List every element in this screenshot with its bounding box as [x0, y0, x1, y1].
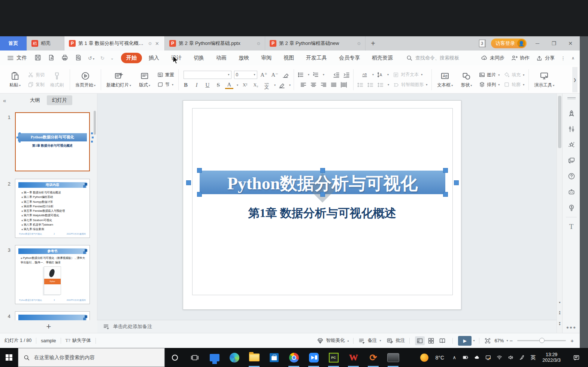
minimize-button[interactable]: ─: [532, 40, 543, 46]
section-button[interactable]: 节▾: [156, 81, 175, 88]
selection-handle[interactable]: [186, 180, 191, 185]
cortana-button[interactable]: [165, 348, 185, 367]
ribbon-scroll-right-button[interactable]: ❯: [572, 67, 578, 92]
document-tab-1[interactable]: P第 1 章 数据分析与可视化概述新⊙✕: [64, 36, 165, 51]
taskbar-app-explorer[interactable]: [244, 348, 264, 367]
decrease-font-button[interactable]: A⁻: [271, 71, 279, 78]
tab-home[interactable]: 首页: [0, 36, 27, 51]
scroll-down-button[interactable]: ▼: [557, 299, 563, 306]
taskbar-app-pycharm[interactable]: PC: [324, 348, 343, 367]
arrange-button[interactable]: 排列▾: [478, 81, 501, 88]
scrollbar-thumb[interactable]: [558, 96, 561, 148]
fit-slide-button[interactable]: [484, 337, 491, 345]
menu-tab-会员专享[interactable]: 会员专享: [334, 53, 365, 63]
editor-scrollbar[interactable]: ▼ ▲▲ ▼▼: [557, 94, 562, 333]
slideshow-play-button[interactable]: ▶: [458, 336, 472, 346]
presentation-tools-button[interactable]: 演示工具▾: [532, 70, 557, 89]
menu-tab-稻壳资源[interactable]: 稻壳资源: [367, 53, 398, 63]
distribute-icon[interactable]: [340, 81, 348, 89]
menu-tab-动画[interactable]: 动画: [211, 53, 232, 63]
duplicate-slide-button[interactable]: [563, 156, 580, 165]
preview-button[interactable]: [72, 54, 85, 62]
taskbar-app-edge[interactable]: [224, 348, 244, 367]
layout-button[interactable]: 版式▾: [135, 70, 154, 89]
underline-button[interactable]: U: [203, 82, 212, 88]
selection-handle[interactable]: [443, 168, 448, 173]
italic-button[interactable]: I: [193, 82, 201, 88]
text-tool-button[interactable]: T: [563, 223, 580, 231]
fill-button[interactable]: 填充▾: [502, 71, 525, 79]
volume-icon[interactable]: [506, 354, 515, 361]
taskbar-app-sync[interactable]: ⟳: [363, 348, 383, 367]
share-button[interactable]: 分享: [536, 54, 555, 62]
taskbar-app-meeting[interactable]: [304, 348, 324, 367]
menu-tab-视图[interactable]: 视图: [278, 53, 299, 63]
bold-button[interactable]: B: [182, 82, 190, 88]
menu-tab-切换[interactable]: 切换: [188, 53, 209, 63]
new-tab-button[interactable]: +: [366, 36, 381, 51]
menu-tab-开始[interactable]: 开始: [121, 53, 142, 63]
tab-docer[interactable]: 稻 稻壳: [27, 36, 64, 51]
taskbar-app-wps[interactable]: W: [343, 348, 363, 367]
ime-indicator[interactable]: 英: [528, 354, 538, 361]
comments-button[interactable]: 批注: [386, 337, 405, 345]
textbox-button[interactable]: A 文本框▾: [435, 70, 455, 89]
previous-slide-button[interactable]: ▲▲: [557, 309, 563, 316]
normal-view-button[interactable]: [415, 336, 425, 345]
quickbar-more-button[interactable]: ⌄: [108, 56, 116, 61]
selection-handle[interactable]: [320, 168, 325, 173]
zoom-slider[interactable]: [517, 340, 566, 341]
align-right-icon[interactable]: [320, 81, 327, 89]
battery-icon[interactable]: [461, 354, 470, 361]
strikethrough-button[interactable]: S: [214, 82, 222, 88]
sidebar-more-button[interactable]: ●●●: [563, 325, 580, 330]
paste-button[interactable]: 粘贴▾: [5, 70, 25, 89]
file-menu[interactable]: 文件: [3, 54, 31, 62]
quick-tools-rocket-button[interactable]: [563, 109, 580, 117]
shapes-button[interactable]: 形状▾: [457, 70, 476, 89]
highlight-icon[interactable]: [278, 82, 286, 89]
onedrive-icon[interactable]: [472, 354, 482, 361]
character-spacing-icon[interactable]: A: [376, 71, 384, 79]
panel-tab-大纲[interactable]: 大纲: [25, 95, 45, 105]
superscript-button[interactable]: X²: [241, 82, 249, 88]
missing-font-warning[interactable]: T? 缺失字体: [66, 337, 91, 344]
text-direction-icon[interactable]: AB: [361, 71, 369, 79]
font-size-select[interactable]: 0▾: [234, 71, 257, 79]
slide-thumbnail-4[interactable]: [15, 311, 90, 320]
menu-tab-放映[interactable]: 放映: [233, 53, 254, 63]
inspiration-button[interactable]: [563, 204, 580, 212]
slide-editor-canvas[interactable]: Python数据分析与可视化 第1章 数据分析与可视化概述: [97, 94, 557, 320]
next-slide-button[interactable]: ▼▼: [557, 320, 563, 327]
play-from-current-button[interactable]: 当页开始▾: [73, 70, 98, 89]
collapse-ribbon-button[interactable]: ∧: [572, 56, 575, 61]
format-painter-button[interactable]: 格式刷: [47, 70, 67, 89]
command-search-input[interactable]: 查找命令、搜索模板: [406, 54, 477, 62]
taskbar-app-chrome[interactable]: [284, 348, 304, 367]
sync-status-button[interactable]: 未同步: [481, 54, 504, 62]
reset-button[interactable]: 重置: [156, 71, 175, 79]
increase-font-button[interactable]: A⁺: [260, 71, 268, 78]
smart-beautify-button[interactable]: 智能美化▴: [316, 337, 349, 345]
panel-scrollbar[interactable]: [94, 111, 96, 135]
line-spacing-icon[interactable]: [377, 81, 384, 89]
redo-button[interactable]: ↻: [98, 55, 107, 61]
numbered-list-icon[interactable]: [312, 71, 319, 79]
window-stack-badge[interactable]: 3: [479, 40, 486, 47]
align-center-icon[interactable]: [310, 81, 317, 89]
panel-tab-幻灯片[interactable]: 幻灯片: [47, 95, 73, 105]
help-button[interactable]: [563, 172, 580, 180]
reading-view-button[interactable]: [437, 336, 447, 345]
clock[interactable]: 13:29 2022/3/3: [539, 352, 564, 363]
slide-subtitle-text[interactable]: 第1章 数据分析与可视化概述: [183, 205, 461, 221]
title-placeholder[interactable]: Python数据分析与可视化: [200, 171, 445, 194]
add-slide-button[interactable]: +: [0, 320, 97, 333]
cut-button[interactable]: 剪切: [26, 71, 46, 79]
justify-icon[interactable]: [330, 81, 337, 89]
copy-button[interactable]: 复制: [26, 81, 46, 88]
outline-button[interactable]: 轮廓▾: [502, 81, 525, 88]
menu-tab-插入[interactable]: 插入: [143, 53, 164, 63]
font-name-select[interactable]: ▾: [184, 71, 231, 79]
action-center-button[interactable]: [570, 354, 583, 361]
zoom-out-button[interactable]: −: [508, 337, 514, 344]
